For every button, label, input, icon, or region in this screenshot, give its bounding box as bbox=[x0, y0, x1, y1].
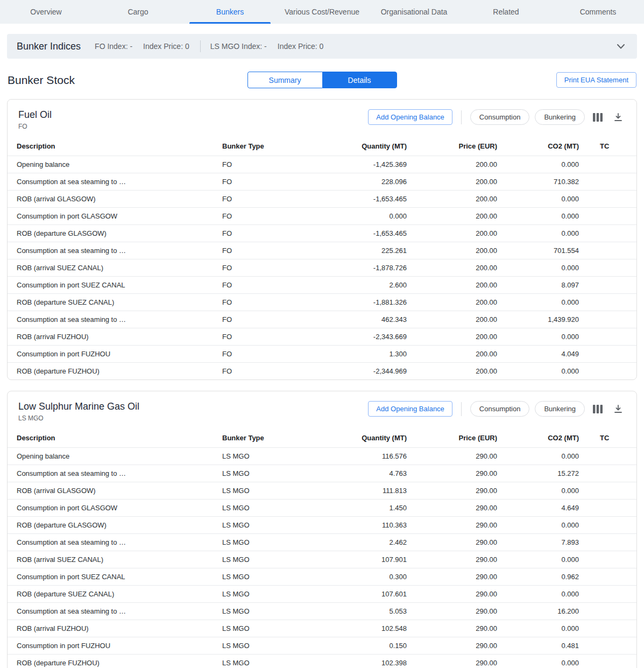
row-price: 290.00 bbox=[410, 465, 500, 482]
row-price: 290.00 bbox=[410, 448, 500, 465]
row-quantity: 107.601 bbox=[336, 586, 410, 603]
row-bunker-type: LS MGO bbox=[219, 551, 336, 568]
col-tc: TC bbox=[582, 428, 637, 448]
row-quantity: -2,344.969 bbox=[336, 363, 410, 380]
bunkering-button[interactable]: Bunkering bbox=[535, 109, 585, 125]
row-price: 290.00 bbox=[410, 603, 500, 620]
table-row: Consumption at sea steaming to …FO462.34… bbox=[8, 311, 637, 328]
fuel-oil-table: Description Bunker Type Quantity (MT) Pr… bbox=[8, 137, 637, 379]
row-quantity: 0.150 bbox=[336, 637, 410, 655]
table-row: Opening balanceLS MGO116.576290.000.000 bbox=[8, 448, 637, 465]
row-description: ROB (departure SUEZ CANAL) bbox=[8, 586, 219, 603]
row-bunker-type: FO bbox=[219, 363, 336, 380]
row-tc bbox=[582, 551, 637, 568]
table-row: ROB (departure FUZHOU)LS MGO102.398290.0… bbox=[8, 655, 637, 668]
table-row: ROB (arrival FUZHOU)LS MGO102.548290.000… bbox=[8, 620, 637, 637]
fuel-oil-card: Fuel Oil FO Add Opening Balance Consumpt… bbox=[7, 99, 637, 380]
row-bunker-type: LS MGO bbox=[219, 655, 336, 668]
row-co2: 15.272 bbox=[500, 465, 582, 482]
row-description: Consumption in port FUZHOU bbox=[8, 346, 219, 363]
consumption-button[interactable]: Consumption bbox=[470, 109, 530, 125]
row-description: ROB (arrival GLASGOW) bbox=[8, 191, 219, 208]
row-description: Consumption in port SUEZ CANAL bbox=[8, 277, 219, 294]
row-bunker-type: FO bbox=[219, 346, 336, 363]
row-quantity: -1,425.369 bbox=[336, 156, 410, 173]
row-co2: 0.000 bbox=[500, 620, 582, 637]
row-quantity: 225.261 bbox=[336, 242, 410, 259]
row-price: 290.00 bbox=[410, 637, 500, 655]
row-description: Consumption at sea steaming to … bbox=[8, 311, 219, 328]
row-price: 200.00 bbox=[410, 173, 500, 191]
tab-bunkers[interactable]: Bunkers bbox=[184, 0, 276, 24]
row-quantity: 110.363 bbox=[336, 517, 410, 534]
tab-comments[interactable]: Comments bbox=[552, 0, 644, 24]
bunker-indices-bar: Bunker Indices FO Index: - Index Price: … bbox=[7, 34, 637, 59]
card-title: Low Sulphur Marine Gas Oil bbox=[18, 401, 368, 412]
row-description: Consumption at sea steaming to … bbox=[8, 603, 219, 620]
columns-icon[interactable] bbox=[590, 402, 605, 417]
row-price: 200.00 bbox=[410, 363, 500, 380]
row-bunker-type: LS MGO bbox=[219, 517, 336, 534]
summary-toggle-button[interactable]: Summary bbox=[247, 72, 322, 88]
row-tc bbox=[582, 328, 637, 346]
row-price: 290.00 bbox=[410, 534, 500, 551]
row-tc bbox=[582, 191, 637, 208]
row-bunker-type: FO bbox=[219, 311, 336, 328]
row-quantity: -2,343.669 bbox=[336, 328, 410, 346]
row-bunker-type: FO bbox=[219, 294, 336, 311]
download-icon[interactable] bbox=[611, 110, 626, 125]
card-subtitle: LS MGO bbox=[18, 414, 368, 422]
row-tc bbox=[582, 448, 637, 465]
chevron-down-icon[interactable] bbox=[614, 40, 627, 53]
row-co2: 0.000 bbox=[500, 328, 582, 346]
tab-related[interactable]: Related bbox=[460, 0, 552, 24]
row-co2: 0.000 bbox=[500, 363, 582, 380]
row-bunker-type: FO bbox=[219, 173, 336, 191]
row-description: ROB (arrival SUEZ CANAL) bbox=[8, 259, 219, 277]
row-bunker-type: FO bbox=[219, 191, 336, 208]
card-title: Fuel Oil bbox=[18, 109, 368, 121]
row-price: 200.00 bbox=[410, 156, 500, 173]
download-icon[interactable] bbox=[611, 402, 626, 417]
fo-index-price: Index Price: 0 bbox=[143, 42, 189, 51]
row-description: Consumption in port GLASGOW bbox=[8, 500, 219, 517]
consumption-button[interactable]: Consumption bbox=[470, 401, 530, 417]
page-title: Bunker Stock bbox=[8, 74, 247, 87]
row-price: 200.00 bbox=[410, 311, 500, 328]
row-bunker-type: LS MGO bbox=[219, 620, 336, 637]
row-description: ROB (arrival SUEZ CANAL) bbox=[8, 551, 219, 568]
row-co2: 0.000 bbox=[500, 208, 582, 225]
row-price: 200.00 bbox=[410, 294, 500, 311]
table-row: Consumption in port GLASGOWFO0.000200.00… bbox=[8, 208, 637, 225]
row-description: Consumption in port SUEZ CANAL bbox=[8, 568, 219, 586]
col-bunker-type: Bunker Type bbox=[219, 137, 336, 156]
tab-overview[interactable]: Overview bbox=[0, 0, 92, 24]
table-row: Consumption in port SUEZ CANALLS MGO0.30… bbox=[8, 568, 637, 586]
print-eua-statement-button[interactable]: Print EUA Statement bbox=[556, 72, 636, 88]
row-tc bbox=[582, 620, 637, 637]
tab-organisational-data[interactable]: Organisational Data bbox=[368, 0, 460, 24]
row-quantity: 2.462 bbox=[336, 534, 410, 551]
details-toggle-button[interactable]: Details bbox=[322, 72, 397, 88]
columns-icon[interactable] bbox=[590, 110, 605, 125]
row-quantity: 228.096 bbox=[336, 173, 410, 191]
row-tc bbox=[582, 517, 637, 534]
add-opening-balance-button[interactable]: Add Opening Balance bbox=[368, 401, 452, 417]
row-price: 290.00 bbox=[410, 517, 500, 534]
row-tc bbox=[582, 242, 637, 259]
tab-cargo[interactable]: Cargo bbox=[92, 0, 184, 24]
ls-mgo-card: Low Sulphur Marine Gas Oil LS MGO Add Op… bbox=[7, 391, 637, 668]
mgo-index-price: Index Price: 0 bbox=[278, 42, 324, 51]
row-description: Consumption at sea steaming to … bbox=[8, 534, 219, 551]
row-tc bbox=[582, 482, 637, 500]
row-co2: 1,439.920 bbox=[500, 311, 582, 328]
table-row: Opening balanceFO-1,425.369200.000.000 bbox=[8, 156, 637, 173]
add-opening-balance-button[interactable]: Add Opening Balance bbox=[368, 109, 452, 125]
tab-various-cost-revenue[interactable]: Various Cost/Revenue bbox=[276, 0, 368, 24]
row-tc bbox=[582, 500, 637, 517]
row-quantity: 4.763 bbox=[336, 465, 410, 482]
bunkering-button[interactable]: Bunkering bbox=[535, 401, 585, 417]
actions-divider bbox=[461, 110, 462, 124]
table-row: Consumption at sea steaming to …LS MGO5.… bbox=[8, 603, 637, 620]
row-tc bbox=[582, 225, 637, 242]
